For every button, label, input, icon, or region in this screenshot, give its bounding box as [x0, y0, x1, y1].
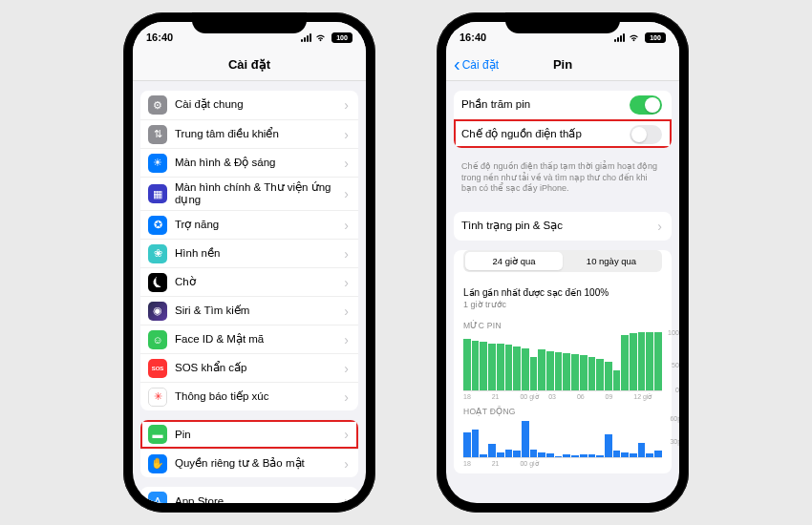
bar: [505, 450, 513, 457]
phone-left: 16:40 100 Cài đặt ⚙Cài đặt chung›⇅Trung …: [123, 12, 375, 513]
back-button[interactable]: Cài đặt: [454, 58, 499, 72]
tick-label: 00 giờ: [520, 393, 548, 401]
chevron-right-icon: ›: [344, 389, 349, 405]
bar: [638, 332, 646, 390]
toggle-on[interactable]: [630, 95, 662, 115]
nav-bar: Cài đặt: [133, 49, 366, 81]
chevron-right-icon: ›: [344, 494, 349, 503]
bar: [463, 339, 471, 390]
bar: [488, 344, 496, 390]
last-charge-sub: 1 giờ trước: [454, 300, 672, 315]
bar: [654, 332, 662, 390]
settings-row[interactable]: ⏾Chờ›: [140, 267, 358, 296]
chevron-right-icon: ›: [344, 456, 349, 472]
seg-10d[interactable]: 10 ngày qua: [563, 252, 660, 270]
row-label: Face ID & Mật mã: [175, 333, 340, 346]
notch: [192, 12, 307, 33]
chart-label-level: MỨC PIN: [454, 315, 672, 332]
battery-level-chart: 100% 50% 0%: [463, 332, 662, 391]
settings-row[interactable]: ❀Hình nền›: [140, 239, 358, 267]
notch: [505, 12, 620, 33]
settings-row[interactable]: ▦Màn hình chính & Thư viện ứng dụng›: [140, 177, 358, 210]
bar: [630, 453, 637, 457]
chevron-right-icon: ›: [344, 127, 349, 142]
bar: [546, 453, 554, 457]
row-icon: ⇅: [148, 125, 167, 144]
row-label: SOS khẩn cấp: [175, 362, 340, 374]
row-label: Trợ năng: [175, 219, 340, 231]
row-battery-percentage[interactable]: Phần trăm pin: [454, 91, 672, 119]
settings-row[interactable]: ✪Trợ năng›: [140, 210, 358, 239]
settings-row[interactable]: SOSSOS khẩn cấp›: [140, 353, 358, 382]
bar: [530, 450, 538, 457]
cellular-icon: [614, 33, 625, 42]
bar: [596, 359, 604, 391]
row-icon: ◉: [148, 302, 167, 321]
status-time: 16:40: [459, 32, 486, 43]
bar: [613, 370, 621, 390]
bar: [605, 362, 612, 391]
row-privacy[interactable]: ✋ Quyền riêng tư & Bảo mật ›: [140, 449, 358, 477]
row-low-power[interactable]: Chế độ nguồn điện thấp: [454, 119, 672, 148]
chevron-right-icon: ›: [657, 219, 662, 234]
bar: [497, 344, 504, 390]
settings-row[interactable]: ☀Màn hình & Độ sáng›: [140, 148, 358, 177]
row-label: Phần trăm pin: [461, 98, 630, 111]
bar: [472, 430, 480, 457]
bar: [472, 341, 480, 390]
battery-icon: 100: [330, 32, 353, 43]
row-appstore[interactable]: A App Store ›: [140, 487, 358, 503]
row-label: Siri & Tìm kiếm: [175, 304, 340, 317]
row-icon: ✳: [148, 388, 167, 407]
row-label: Chế độ nguồn điện thấp: [461, 128, 630, 140]
bar: [646, 332, 653, 390]
bar: [571, 354, 579, 390]
bar: [563, 353, 570, 390]
settings-row[interactable]: ⇅Trung tâm điều khiển›: [140, 119, 358, 148]
bar: [580, 454, 588, 457]
bar: [522, 348, 529, 390]
settings-group-1: ⚙Cài đặt chung›⇅Trung tâm điều khiển›☀Mà…: [140, 91, 358, 410]
bar: [654, 451, 662, 457]
bar: [555, 456, 563, 457]
bar: [580, 355, 588, 390]
bar: [546, 351, 554, 390]
settings-row[interactable]: ✳Thông báo tiếp xúc›: [140, 382, 358, 410]
tick-label: [606, 460, 634, 468]
tick-label: 21: [492, 393, 521, 401]
settings-row[interactable]: ⚙Cài đặt chung›: [140, 91, 358, 119]
bar: [538, 349, 545, 390]
toggle-off[interactable]: [630, 125, 662, 144]
chevron-right-icon: ›: [344, 97, 349, 113]
row-label: Trung tâm điều khiển: [175, 128, 340, 140]
segmented-control[interactable]: 24 giờ qua 10 ngày qua: [463, 250, 662, 272]
row-icon: ▦: [148, 184, 167, 203]
row-pin[interactable]: ▬ Pin ›: [140, 420, 358, 449]
bar: [646, 453, 653, 457]
tick-label: [548, 460, 577, 468]
row-icon: ✪: [148, 216, 167, 235]
bar: [555, 352, 563, 390]
x-axis: 182100 giờ: [463, 460, 662, 468]
row-label: Tình trạng pin & Sạc: [461, 220, 653, 232]
bar: [505, 345, 513, 390]
bar: [522, 421, 529, 457]
screen: 16:40 100 Cài đặt Pin Phần trăm pin Chế …: [446, 22, 679, 503]
row-battery-health[interactable]: Tình trạng pin & Sạc ›: [454, 212, 672, 241]
bar: [588, 454, 596, 457]
settings-row[interactable]: ☺Face ID & Mật mã›: [140, 325, 358, 353]
row-label: Thông báo tiếp xúc: [175, 390, 340, 403]
last-charge-title: Lần gần nhất được sạc đến 100%: [454, 280, 672, 300]
page-title: Pin: [553, 57, 572, 72]
bar: [530, 357, 538, 390]
seg-24h[interactable]: 24 giờ qua: [465, 252, 563, 270]
chevron-right-icon: ›: [344, 304, 349, 319]
settings-row[interactable]: ◉Siri & Tìm kiếm›: [140, 296, 358, 325]
tick-label: [577, 460, 606, 468]
footnote: Chế độ nguồn điện thấp tạm thời giảm hoạ…: [446, 158, 679, 202]
row-label: Hình nền: [175, 247, 340, 260]
wifi-icon: [314, 32, 327, 42]
chevron-right-icon: ›: [344, 361, 349, 376]
bar: [480, 342, 487, 390]
row-label: Cài đặt chung: [175, 98, 340, 111]
